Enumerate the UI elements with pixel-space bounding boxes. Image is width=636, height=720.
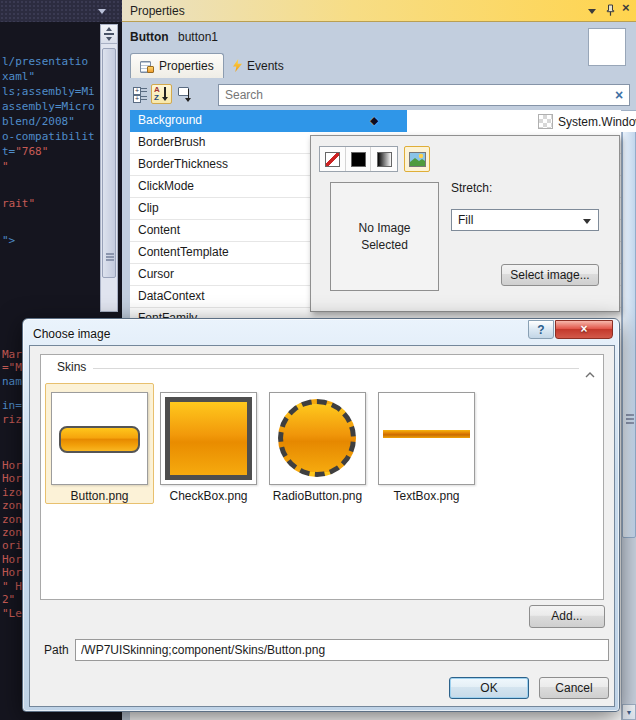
dialog-close-button[interactable]: × xyxy=(555,320,613,339)
categorized-view-button[interactable] xyxy=(130,84,150,104)
dialog-title: Choose image xyxy=(33,327,110,341)
skin-thumbnail[interactable] xyxy=(51,392,148,485)
code-line: assembly=Micro xyxy=(2,99,95,114)
selected-element-type: Button xyxy=(130,30,169,44)
property-marker-icon[interactable]: ◆ xyxy=(370,110,378,131)
tab-events-label: Events xyxy=(247,59,284,73)
properties-titlebar[interactable]: Properties × xyxy=(122,0,636,22)
group-divider xyxy=(93,368,579,369)
code-line: ls;assembly=Mi xyxy=(2,84,95,99)
tab-properties-label: Properties xyxy=(159,59,214,73)
selected-element-name: button1 xyxy=(178,30,218,44)
image-preview-box: No Image Selected xyxy=(330,182,439,291)
collapse-chevron-icon[interactable] xyxy=(585,364,595,382)
path-label: Path xyxy=(44,643,69,657)
solid-brush-icon xyxy=(351,152,366,167)
code-line xyxy=(2,211,95,222)
help-button[interactable]: ? xyxy=(528,320,554,339)
splitter-icon xyxy=(104,27,114,41)
skin-item-label: TextBox.png xyxy=(393,489,459,503)
editor-titlebar xyxy=(0,0,122,22)
editor-splitter-button[interactable] xyxy=(100,24,118,44)
background-value-text: System.Windows.Media.Ima xyxy=(558,115,636,129)
window-position-icon[interactable] xyxy=(588,9,596,14)
skin-item-label: Button.png xyxy=(70,489,128,503)
skin-item-textbox-png[interactable]: TextBox.png xyxy=(372,383,481,504)
code-line: blend/2008" xyxy=(2,114,95,129)
brush-editor-popup: No Image Selected Stretch: Fill Select i… xyxy=(310,135,620,312)
panel-scrollbar[interactable]: ▲ ▼ xyxy=(621,110,636,720)
select-image-button[interactable]: Select image... xyxy=(501,264,599,286)
image-brush-icon xyxy=(409,152,426,167)
skin-thumbnail[interactable] xyxy=(160,392,257,485)
image-list-box: Skins Button.pngCheckBox.pngRadioButton.… xyxy=(40,354,604,600)
properties-title: Properties xyxy=(130,4,185,18)
no-image-text-line2: Selected xyxy=(361,237,408,254)
code-line xyxy=(2,185,95,196)
ok-button[interactable]: OK xyxy=(449,677,529,699)
brush-preview-swatch[interactable] xyxy=(588,28,626,66)
null-brush-icon xyxy=(325,152,340,167)
scroll-down-button[interactable]: ▼ xyxy=(622,704,636,720)
skin-art-button-bar xyxy=(59,426,140,453)
path-input[interactable] xyxy=(75,639,609,661)
code-line: l/presentatio xyxy=(2,54,95,69)
source-filter-button[interactable] xyxy=(174,84,196,104)
code-line: t="768" xyxy=(2,144,95,159)
skin-item-label: RadioButton.png xyxy=(273,489,362,503)
skins-group-label: Skins xyxy=(53,360,90,374)
background-value-cell[interactable]: System.Windows.Media.Ima xyxy=(530,111,636,132)
lightning-icon xyxy=(233,59,242,72)
solid-brush-button[interactable] xyxy=(346,147,372,171)
skin-item-label: CheckBox.png xyxy=(169,489,247,503)
code-line: o-compatibilit xyxy=(2,129,95,144)
categorized-icon xyxy=(133,87,147,101)
add-button[interactable]: Add... xyxy=(529,605,605,628)
search-box: × xyxy=(218,84,630,106)
cancel-button[interactable]: Cancel xyxy=(539,677,609,699)
skin-items-row: Button.pngCheckBox.pngRadioButton.pngTex… xyxy=(45,383,481,504)
null-brush-button[interactable] xyxy=(320,147,346,171)
skin-item-radiobutton-png[interactable]: RadioButton.png xyxy=(263,383,372,504)
screenshot-root: { "editor": { "top_lines": [ [{"t":"l/pr… xyxy=(0,0,636,720)
chevron-down-icon xyxy=(583,219,591,224)
code-line: " xyxy=(2,159,95,174)
az-sort-icon: AZ xyxy=(154,86,169,102)
panel-scrollbar-thumb[interactable] xyxy=(622,128,636,538)
tab-properties[interactable]: Properties xyxy=(130,53,224,78)
no-image-text-line1: No Image xyxy=(358,220,410,237)
image-brush-button[interactable] xyxy=(404,146,430,172)
properties-tab-icon xyxy=(140,60,154,73)
gradient-brush-button[interactable] xyxy=(371,147,397,171)
skin-art-circle xyxy=(278,399,356,477)
code-line: "> xyxy=(2,233,95,248)
skin-item-checkbox-png[interactable]: CheckBox.png xyxy=(154,383,263,504)
code-top: l/presentatioxaml"ls;assembly=Miassembly… xyxy=(2,54,95,248)
skin-art-square xyxy=(165,397,252,480)
dialog-client-area: Skins Button.pngCheckBox.pngRadioButton.… xyxy=(29,345,615,707)
choose-image-dialog: Choose image ? × Skins Button.pngCheckBo… xyxy=(22,318,620,712)
editor-dropdown-caret-icon[interactable] xyxy=(98,9,106,14)
code-line: rait" xyxy=(2,196,95,211)
tab-events[interactable]: Events xyxy=(224,53,293,78)
stretch-value: Fill xyxy=(458,213,473,227)
gradient-brush-icon xyxy=(377,152,392,167)
pin-icon[interactable] xyxy=(605,4,616,18)
code-line xyxy=(2,222,95,233)
search-input[interactable] xyxy=(219,88,609,102)
alphabetical-sort-button[interactable]: AZ xyxy=(151,84,172,104)
skin-thumbnail[interactable] xyxy=(269,392,366,485)
editor-scrollbar-thumb[interactable] xyxy=(102,48,116,278)
transparency-checker-icon xyxy=(538,114,553,129)
property-row-background[interactable]: Background◆ xyxy=(130,110,407,132)
skin-thumbnail[interactable] xyxy=(378,392,475,485)
stretch-label: Stretch: xyxy=(451,181,492,195)
close-icon[interactable]: × xyxy=(622,3,630,13)
stretch-dropdown[interactable]: Fill xyxy=(451,209,599,231)
skin-item-button-png[interactable]: Button.png xyxy=(45,383,154,504)
skin-art-line xyxy=(383,430,470,438)
search-clear-icon[interactable]: × xyxy=(609,87,629,103)
brush-type-group xyxy=(319,146,398,172)
code-line xyxy=(2,174,95,185)
filter-icon xyxy=(178,86,193,102)
